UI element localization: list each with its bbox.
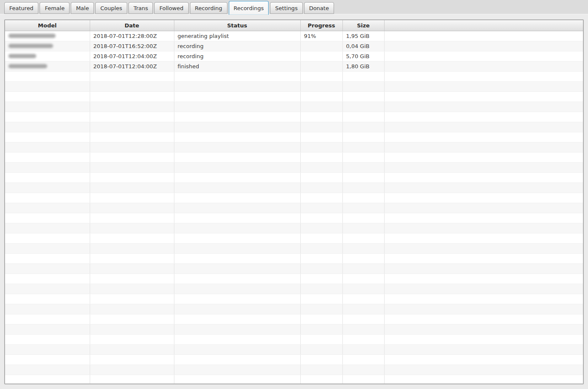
empty-cell (300, 274, 342, 284)
tab-trans[interactable]: Trans (128, 2, 153, 14)
empty-row[interactable] (5, 294, 583, 304)
empty-cell (174, 91, 300, 102)
empty-row[interactable] (5, 233, 583, 243)
empty-cell (384, 102, 583, 112)
empty-row[interactable] (5, 253, 583, 263)
model-cell (5, 61, 90, 71)
empty-row[interactable] (5, 344, 583, 354)
tab-featured[interactable]: Featured (4, 2, 38, 14)
column-header-empty[interactable] (384, 20, 583, 31)
empty-row[interactable] (5, 142, 583, 152)
empty-cell (300, 324, 342, 334)
empty-row[interactable] (5, 274, 583, 284)
empty-cell (174, 284, 300, 294)
empty-row[interactable] (5, 223, 583, 233)
empty-row[interactable] (5, 203, 583, 213)
empty-row[interactable] (5, 132, 583, 142)
table-row[interactable]: 2018-07-01T16:52:00Z recording 0,04 GiB (5, 41, 583, 51)
empty-cell (90, 172, 174, 182)
empty-row[interactable] (5, 304, 583, 314)
empty-row[interactable] (5, 122, 583, 132)
empty-cell (342, 152, 384, 162)
tab-recordings[interactable]: Recordings (229, 1, 269, 15)
tab-recording[interactable]: Recording (190, 2, 227, 14)
column-header-status[interactable]: Status (174, 20, 300, 31)
empty-row[interactable] (5, 334, 583, 344)
empty-cell (384, 263, 583, 274)
empty-row[interactable] (5, 284, 583, 294)
table-header-row: Model Date Status Progress Size (5, 20, 583, 31)
empty-cell (90, 203, 174, 213)
empty-cell (342, 284, 384, 294)
column-header-date[interactable]: Date (90, 20, 174, 31)
empty-cell (342, 122, 384, 132)
empty-cell (5, 284, 90, 294)
empty-cell (342, 253, 384, 263)
table-row[interactable]: 2018-07-01T12:28:00Z generating playlist… (5, 31, 583, 41)
empty-cell (5, 112, 90, 122)
empty-row[interactable] (5, 182, 583, 193)
empty-cell (5, 71, 90, 81)
empty-cell (90, 334, 174, 344)
tab-couples[interactable]: Couples (95, 2, 127, 14)
model-cell (5, 31, 90, 41)
empty-cell (174, 213, 300, 223)
empty-cell (300, 172, 342, 182)
empty-cell (342, 203, 384, 213)
empty-row[interactable] (5, 81, 583, 91)
empty-cell (384, 182, 583, 193)
empty-row[interactable] (5, 243, 583, 253)
empty-cell (300, 243, 342, 253)
model-cell (5, 51, 90, 61)
empty-cell (5, 193, 90, 203)
empty-cell (342, 243, 384, 253)
empty-row[interactable] (5, 91, 583, 102)
table-row[interactable]: 2018-07-01T12:04:00Z recording 5,70 GiB (5, 51, 583, 61)
empty-cell (174, 324, 300, 334)
table-row[interactable]: 2018-07-01T12:04:00Z finished 1,80 GiB (5, 61, 583, 71)
column-header-size[interactable]: Size (342, 20, 384, 31)
empty-cell (384, 91, 583, 102)
tab-male[interactable]: Male (71, 2, 94, 14)
empty-cell (342, 213, 384, 223)
empty-cell (174, 314, 300, 324)
empty-row[interactable] (5, 102, 583, 112)
empty-cell (384, 152, 583, 162)
empty-row[interactable] (5, 162, 583, 172)
empty-row[interactable] (5, 213, 583, 223)
empty-cell (384, 172, 583, 182)
empty-cell (174, 223, 300, 233)
empty-cell (90, 314, 174, 324)
empty-cell (90, 263, 174, 274)
empty-row[interactable] (5, 172, 583, 182)
column-header-progress[interactable]: Progress (300, 20, 342, 31)
empty-cell (5, 203, 90, 213)
empty-row[interactable] (5, 354, 583, 365)
empty-cell (5, 375, 90, 384)
empty-cell (174, 71, 300, 81)
tab-followed[interactable]: Followed (154, 2, 188, 14)
empty-cell (90, 324, 174, 334)
empty-row[interactable] (5, 314, 583, 324)
empty-row[interactable] (5, 365, 583, 375)
empty-row[interactable] (5, 71, 583, 81)
tab-donate[interactable]: Donate (304, 2, 334, 14)
empty-cell (174, 193, 300, 203)
tab-female[interactable]: Female (40, 2, 69, 14)
empty-row[interactable] (5, 112, 583, 122)
progress-cell: 91% (300, 31, 342, 41)
empty-row[interactable] (5, 193, 583, 203)
empty-cell (384, 213, 583, 223)
empty-row[interactable] (5, 152, 583, 162)
column-header-model[interactable]: Model (5, 20, 90, 31)
empty-cell (342, 112, 384, 122)
empty-row[interactable] (5, 263, 583, 274)
empty-cell (5, 162, 90, 172)
progress-cell (300, 61, 342, 71)
empty-cell (300, 203, 342, 213)
empty-cell (174, 304, 300, 314)
empty-row[interactable] (5, 375, 583, 384)
tab-settings[interactable]: Settings (270, 2, 302, 14)
empty-cell (342, 172, 384, 182)
empty-row[interactable] (5, 324, 583, 334)
